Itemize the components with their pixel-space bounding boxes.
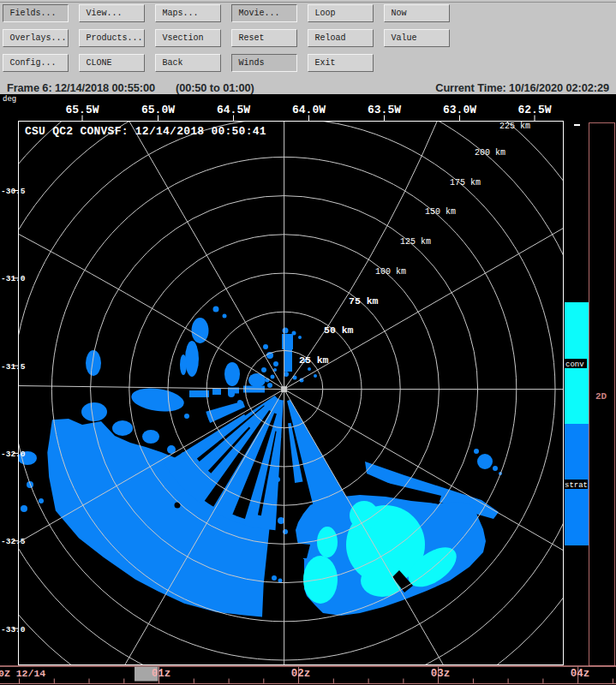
svg-text:-33.0: -33.0 bbox=[1, 625, 26, 634]
svg-text:0Z 12/14: 0Z 12/14 bbox=[0, 668, 45, 679]
svg-text:-32.0: -32.0 bbox=[1, 450, 26, 459]
svg-text:50 km: 50 km bbox=[324, 325, 354, 336]
svg-text:04z: 04z bbox=[571, 668, 590, 680]
svg-text:65.0W: 65.0W bbox=[141, 104, 175, 116]
svg-text:conv: conv bbox=[565, 360, 584, 369]
svg-text:65.5W: 65.5W bbox=[65, 104, 99, 116]
svg-text:63.5W: 63.5W bbox=[368, 104, 401, 116]
svg-text:strat: strat bbox=[565, 481, 588, 490]
svg-text:-31.5: -31.5 bbox=[1, 362, 26, 372]
svg-text:125 km: 125 km bbox=[400, 237, 431, 247]
svg-text:225 km: 225 km bbox=[499, 122, 530, 131]
svg-text:175 km: 175 km bbox=[450, 178, 481, 188]
svg-text:-31.0: -31.0 bbox=[1, 274, 26, 283]
svg-text:150 km: 150 km bbox=[425, 207, 456, 217]
svg-text:2D: 2D bbox=[595, 391, 607, 402]
svg-text:75 km: 75 km bbox=[349, 295, 379, 307]
svg-text:63.0W: 63.0W bbox=[443, 104, 476, 116]
svg-text:25 km: 25 km bbox=[299, 354, 329, 366]
svg-text:64.5W: 64.5W bbox=[217, 104, 250, 116]
svg-text:deg: deg bbox=[3, 95, 16, 104]
svg-text:03z: 03z bbox=[431, 668, 451, 680]
svg-text:01z: 01z bbox=[152, 668, 171, 680]
svg-text:-30.5: -30.5 bbox=[1, 187, 26, 196]
svg-text:62.5W: 62.5W bbox=[517, 104, 551, 116]
svg-text:-32.5: -32.5 bbox=[1, 537, 26, 546]
svg-text:64.0W: 64.0W bbox=[292, 104, 326, 116]
svg-text:200 km: 200 km bbox=[475, 148, 505, 158]
svg-text:02z: 02z bbox=[291, 668, 311, 680]
svg-text:CSU QC2 CONVSF: 12/14/2018 00:: CSU QC2 CONVSF: 12/14/2018 00:50:41 bbox=[25, 125, 266, 138]
svg-text:100 km: 100 km bbox=[375, 267, 406, 277]
